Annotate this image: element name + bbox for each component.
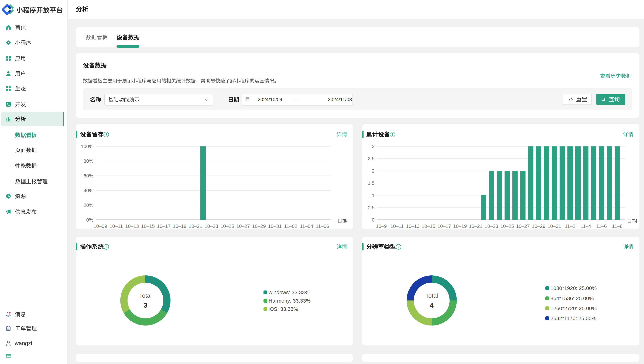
svg-text:10–25: 10–25 [220, 224, 234, 229]
svg-text:11–2: 11–2 [565, 224, 575, 229]
svg-text:10–29: 10–29 [532, 224, 545, 229]
svg-text:11–02: 11–02 [284, 224, 297, 229]
svg-text:2: 2 [372, 168, 375, 174]
svg-text:10–21: 10–21 [469, 224, 482, 229]
svg-text:11–4: 11–4 [581, 224, 591, 229]
svg-text:60%: 60% [84, 173, 93, 178]
svg-text:10–15: 10–15 [422, 224, 435, 229]
svg-text:11–06: 11–06 [316, 224, 329, 229]
svg-text:10–15: 10–15 [141, 224, 155, 229]
svg-text:10–09: 10–09 [94, 224, 107, 229]
svg-text:1.5: 1.5 [368, 180, 375, 186]
svg-text:10–29: 10–29 [252, 224, 266, 229]
svg-text:80%: 80% [84, 158, 93, 164]
svg-text:10–11: 10–11 [390, 224, 404, 229]
svg-text:10–31: 10–31 [547, 224, 561, 229]
svg-text:20%: 20% [84, 202, 93, 208]
svg-text:2.5: 2.5 [368, 156, 375, 161]
svg-text:10–27: 10–27 [516, 224, 530, 229]
svg-text:10–17: 10–17 [157, 224, 171, 229]
svg-text:11–8: 11–8 [612, 224, 622, 229]
svg-text:10–27: 10–27 [236, 224, 250, 229]
svg-text:0.5: 0.5 [368, 205, 375, 210]
svg-text:3: 3 [372, 144, 375, 149]
svg-text:10–11: 10–11 [110, 224, 123, 229]
svg-text:?: ? [392, 132, 394, 136]
svg-text:11–04: 11–04 [300, 224, 313, 229]
svg-text:40%: 40% [84, 188, 93, 193]
svg-text:10–13: 10–13 [125, 224, 139, 229]
svg-text:11–6: 11–6 [596, 224, 607, 229]
svg-text:10–13: 10–13 [406, 224, 420, 229]
svg-text:?: ? [105, 132, 107, 136]
svg-text:0: 0 [372, 217, 375, 222]
svg-text:0%: 0% [86, 217, 93, 222]
svg-text:10–9: 10–9 [376, 224, 387, 229]
svg-text:10–17: 10–17 [437, 224, 451, 229]
svg-text:10–19: 10–19 [453, 224, 467, 229]
svg-text:10–31: 10–31 [268, 224, 282, 229]
svg-text:10–19: 10–19 [173, 224, 186, 229]
svg-text:100%: 100% [81, 144, 93, 149]
svg-text:10–25: 10–25 [500, 224, 514, 229]
svg-text:10–21: 10–21 [189, 224, 202, 229]
svg-text:10–23: 10–23 [205, 224, 218, 229]
svg-text:1: 1 [372, 193, 375, 198]
svg-text:10–23: 10–23 [485, 224, 498, 229]
